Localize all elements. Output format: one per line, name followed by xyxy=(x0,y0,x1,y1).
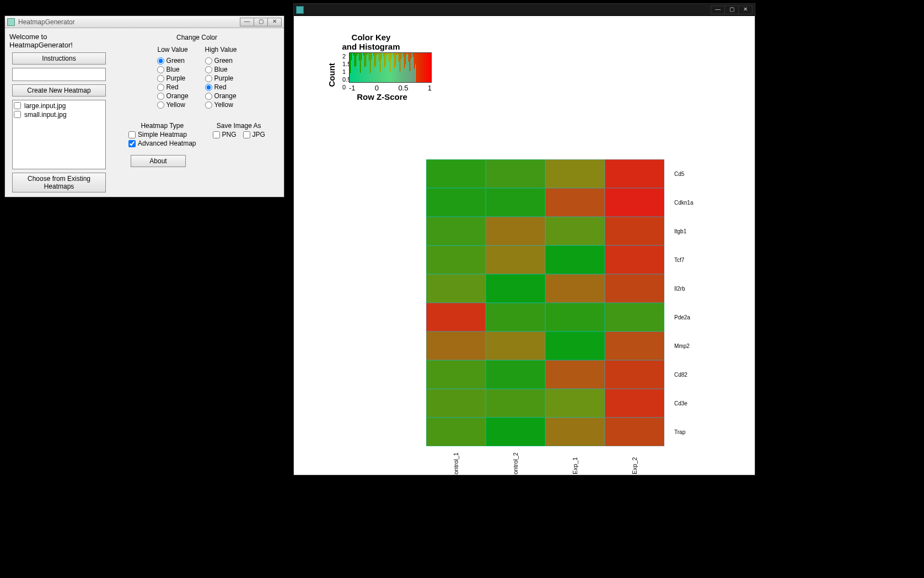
heatmap-cell xyxy=(426,217,486,245)
heatmap-cell xyxy=(426,331,486,360)
plot-area: Color Key and Histogram 2 1.5 1 0.5 0 Co… xyxy=(294,16,755,475)
heatmap-cell xyxy=(486,159,545,188)
instructions-button[interactable]: Instructions xyxy=(12,52,106,65)
file-checkbox[interactable] xyxy=(14,102,21,109)
heatmap-cell xyxy=(605,188,664,217)
minimize-button[interactable]: — xyxy=(711,6,725,14)
high-blue-radio[interactable]: Blue xyxy=(205,66,237,73)
heatmap-col-label: Control_2 xyxy=(486,452,545,479)
file-list[interactable]: large.input.jpg small.input.jpg xyxy=(12,100,106,170)
heatmap-cell xyxy=(486,303,545,331)
heatmap-cell xyxy=(486,274,545,303)
color-key-ylabel: Count xyxy=(327,63,336,87)
heatmap-row-label: Cd82 xyxy=(669,360,693,389)
heatmap-cell xyxy=(545,245,605,274)
heatmap-cell xyxy=(486,217,545,245)
heatmap-generator-window: HeatmapGenerator — ▢ ✕ Welcome to Heatma… xyxy=(4,15,284,197)
high-value-group: High Value Green Blue Purple Red Orange … xyxy=(205,46,237,109)
heatmap-cell xyxy=(605,418,664,446)
low-blue-radio[interactable]: Blue xyxy=(157,66,189,73)
high-yellow-radio[interactable]: Yellow xyxy=(205,101,237,109)
heatmap-cell xyxy=(426,418,486,446)
heatmap-cell xyxy=(426,274,486,303)
heatmap-cell xyxy=(486,418,545,446)
heatmap-cell xyxy=(605,389,664,418)
heatmap-col-label: Control_1 xyxy=(426,452,486,479)
close-button[interactable]: ✕ xyxy=(267,18,282,26)
heatmap-cell xyxy=(545,360,605,389)
heatmap-type-title: Heatmap Type xyxy=(128,122,196,130)
save-as-group: Save Image As PNG JPG xyxy=(213,122,265,147)
color-key-title-1: Color Key xyxy=(316,33,426,42)
heatmap-cell xyxy=(545,159,605,188)
heatmap-cell xyxy=(426,303,486,331)
heatmap-cell xyxy=(486,331,545,360)
minimize-button[interactable]: — xyxy=(240,18,254,26)
heatmap-cell xyxy=(545,303,605,331)
file-item[interactable]: large.input.jpg xyxy=(14,101,104,110)
high-red-radio[interactable]: Red xyxy=(205,83,237,91)
high-green-radio[interactable]: Green xyxy=(205,57,237,65)
create-heatmap-button[interactable]: Create New Heatmap xyxy=(12,84,106,97)
heatmap-cell xyxy=(605,360,664,389)
low-value-title: Low Value xyxy=(157,46,189,53)
high-purple-radio[interactable]: Purple xyxy=(205,74,237,82)
heatmap-cell xyxy=(605,217,664,245)
maximize-button[interactable]: ▢ xyxy=(724,6,739,14)
heatmap-cell xyxy=(426,245,486,274)
titlebar[interactable]: — ▢ ✕ xyxy=(294,4,755,16)
heatmap-col-label: Exp_1 xyxy=(545,452,605,479)
heatmap-row-label: Il2rb xyxy=(669,274,693,303)
low-orange-radio[interactable]: Orange xyxy=(157,92,189,100)
file-item[interactable]: small.input.jpg xyxy=(14,110,104,119)
save-png-checkbox[interactable]: PNG xyxy=(213,131,237,138)
heatmap-col-label: Exp_2 xyxy=(605,452,664,479)
heatmap-cell xyxy=(605,303,664,331)
heatmap-output-window: — ▢ ✕ Color Key and Histogram 2 1.5 1 0.… xyxy=(293,3,755,475)
heatmap-cell xyxy=(545,331,605,360)
file-name: large.input.jpg xyxy=(24,102,66,110)
simple-heatmap-checkbox[interactable]: Simple Heatmap xyxy=(128,131,196,138)
low-green-radio[interactable]: Green xyxy=(157,57,189,65)
heatmap-cell xyxy=(605,274,664,303)
low-yellow-radio[interactable]: Yellow xyxy=(157,101,189,109)
heatmap-cell xyxy=(426,188,486,217)
maximize-button[interactable]: ▢ xyxy=(254,18,268,26)
low-red-radio[interactable]: Red xyxy=(157,83,189,91)
color-key-xlabel: Row Z-Score xyxy=(338,92,426,101)
high-orange-radio[interactable]: Orange xyxy=(205,92,237,100)
color-key: Color Key and Histogram 2 1.5 1 0.5 0 Co… xyxy=(316,33,426,101)
heatmap-cell xyxy=(426,389,486,418)
about-button[interactable]: About xyxy=(131,155,186,167)
app-icon xyxy=(7,18,15,26)
heatmap-col-labels: Control_1Control_2Exp_1Exp_2 xyxy=(426,452,664,479)
welcome-text: Welcome to HeatmapGenerator! xyxy=(9,33,109,49)
color-key-xticks: -1 0 0.5 1 xyxy=(349,84,432,92)
heatmap-cell xyxy=(426,159,486,188)
color-key-title-2: and Histogram xyxy=(316,42,426,51)
heatmap-name-input[interactable] xyxy=(12,68,106,81)
heatmap-cell xyxy=(605,159,664,188)
heatmap-row-label: Mmp2 xyxy=(669,331,693,360)
heatmap-cell xyxy=(545,418,605,446)
color-key-gradient xyxy=(349,52,432,83)
heatmap-row-label: Pde2a xyxy=(669,303,693,331)
titlebar[interactable]: HeatmapGenerator — ▢ ✕ xyxy=(5,16,284,28)
save-jpg-checkbox[interactable]: JPG xyxy=(243,131,265,138)
heatmap-row-label: Cdkn1a xyxy=(669,188,693,217)
heatmap-grid xyxy=(426,159,664,446)
heatmap-cell xyxy=(545,217,605,245)
heatmap-row-label: Itgb1 xyxy=(669,217,693,245)
heatmap-cell xyxy=(545,389,605,418)
heatmap-row-label: Trap xyxy=(669,418,693,446)
heatmap-cell xyxy=(605,331,664,360)
change-color-title: Change Color xyxy=(114,34,280,41)
choose-existing-button[interactable]: Choose from Existing Heatmaps xyxy=(12,173,106,192)
heatmap-type-group: Heatmap Type Simple Heatmap Advanced Hea… xyxy=(128,122,196,147)
advanced-heatmap-checkbox[interactable]: Advanced Heatmap xyxy=(128,140,196,147)
heatmap-cell xyxy=(486,245,545,274)
close-button[interactable]: ✕ xyxy=(738,6,753,14)
heatmap-row-label: Tcf7 xyxy=(669,245,693,274)
file-checkbox[interactable] xyxy=(14,111,21,118)
low-purple-radio[interactable]: Purple xyxy=(157,74,189,82)
